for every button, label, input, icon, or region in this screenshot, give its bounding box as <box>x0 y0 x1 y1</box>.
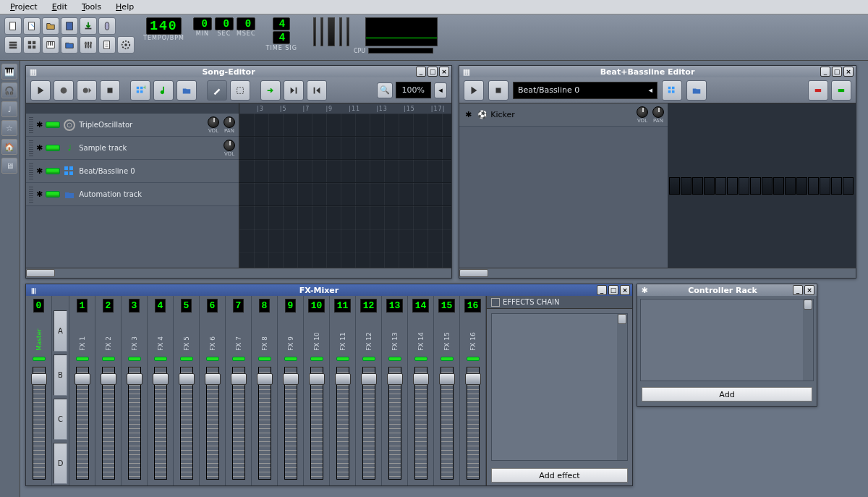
grip-icon[interactable] <box>29 117 33 133</box>
record-accomp-button[interactable] <box>77 80 97 101</box>
edit-mode-button[interactable] <box>230 80 250 101</box>
close-button[interactable]: × <box>620 285 630 295</box>
channel-fader[interactable] <box>102 367 115 480</box>
time-msec-display[interactable]: 0 <box>237 17 255 30</box>
effects-chain-header[interactable]: EFFECTS CHAIN <box>487 296 632 309</box>
skip-forward-button[interactable] <box>260 80 281 101</box>
channel-led[interactable] <box>388 357 401 361</box>
send-slot[interactable]: D <box>54 443 67 484</box>
close-button[interactable]: × <box>804 285 814 295</box>
zoom-value[interactable]: 100% <box>396 82 431 98</box>
window-rack-button[interactable] <box>117 36 135 54</box>
gear-icon[interactable]: ✱ <box>36 120 43 129</box>
channel-fader[interactable] <box>441 367 454 480</box>
add-effect-button[interactable]: Add effect <box>491 468 628 483</box>
bb-stop-button[interactable] <box>488 80 509 101</box>
window-automation-button[interactable] <box>61 36 78 54</box>
dock-computer-icon[interactable]: 🖥 <box>1 158 17 174</box>
volume-knob[interactable]: VOL <box>636 106 649 124</box>
controller-rack-titlebar[interactable]: ✱ Controller Rack _ × <box>637 284 817 296</box>
track-row[interactable]: ✱ ♩ Sample track VOL <box>26 137 239 160</box>
channel-fader[interactable] <box>362 367 375 480</box>
add-bb-track-button[interactable]: + <box>130 80 150 101</box>
gear-icon[interactable]: ✱ <box>36 166 43 176</box>
track-row[interactable]: ✱ Beat/Bassline 0 <box>26 160 239 183</box>
channel-fader[interactable] <box>284 367 297 480</box>
dock-presets-icon[interactable]: ☆ <box>1 120 17 136</box>
minimize-button[interactable]: _ <box>416 67 426 77</box>
channel-led[interactable] <box>336 357 349 361</box>
fx-channel[interactable]: 10FX 10 <box>304 296 330 485</box>
bb-step[interactable] <box>681 177 692 195</box>
channel-fader[interactable] <box>310 367 323 480</box>
rewind-button[interactable] <box>307 80 327 101</box>
maximize-button[interactable]: □ <box>608 285 618 295</box>
send-slot[interactable]: A <box>54 310 67 352</box>
window-piano-button[interactable] <box>42 36 59 54</box>
mute-toggle[interactable] <box>46 122 60 128</box>
mute-toggle[interactable] <box>46 145 60 151</box>
grip-icon[interactable] <box>29 187 33 203</box>
zoom-dropdown-button[interactable]: ◂ <box>434 82 447 98</box>
fx-channel[interactable]: 1FX 1 <box>69 296 95 485</box>
channel-fader[interactable] <box>388 367 401 480</box>
channel-fader[interactable] <box>180 367 193 480</box>
channel-fader[interactable] <box>336 367 349 480</box>
timesig-num[interactable]: 4 <box>273 17 290 30</box>
new-template-button[interactable] <box>23 17 41 35</box>
menu-tools[interactable]: Tools <box>75 1 109 13</box>
whatsthis-button[interactable] <box>98 17 116 35</box>
tempo-display[interactable]: 140 <box>146 17 181 35</box>
dock-home-icon[interactable]: 🏠 <box>1 139 17 155</box>
add-automation-track-button[interactable] <box>176 80 197 101</box>
time-min-display[interactable]: 0 <box>193 17 212 30</box>
grip-icon[interactable] <box>29 140 33 156</box>
bb-add-step-button[interactable]: ▬ <box>831 80 851 101</box>
channel-fader[interactable] <box>467 367 480 480</box>
fx-channel[interactable]: 7FX 7 <box>226 296 252 485</box>
bb-step[interactable] <box>831 177 842 195</box>
export-button[interactable] <box>80 17 97 35</box>
fx-master-channel[interactable]: 0 Master <box>26 296 52 485</box>
close-button[interactable]: × <box>843 67 854 77</box>
send-slot[interactable]: B <box>54 354 67 396</box>
fx-channel[interactable]: 5FX 5 <box>174 296 200 485</box>
fx-channel[interactable]: 14FX 14 <box>408 296 434 485</box>
gear-icon[interactable]: ✱ <box>465 110 472 119</box>
bb-pattern-combo[interactable]: Beat/Bassline 0◂ <box>513 82 658 99</box>
menu-project[interactable]: Project <box>3 1 45 13</box>
channel-led[interactable] <box>258 357 271 361</box>
save-file-button[interactable] <box>61 17 78 35</box>
timesig-den[interactable]: 4 <box>273 31 290 44</box>
new-file-button[interactable] <box>4 17 22 35</box>
add-sample-track-button[interactable] <box>153 80 174 101</box>
fx-channel[interactable]: 9FX 9 <box>278 296 304 485</box>
close-button[interactable]: × <box>439 67 449 77</box>
channel-led[interactable] <box>467 357 480 361</box>
fx-channel[interactable]: 2FX 2 <box>95 296 122 485</box>
record-button[interactable] <box>54 80 74 101</box>
channel-led[interactable] <box>33 357 46 361</box>
grip-icon[interactable] <box>29 163 33 179</box>
channel-fader[interactable] <box>33 367 46 480</box>
volume-knob[interactable]: VOL <box>223 140 236 157</box>
volume-knob[interactable]: VOL <box>207 116 220 134</box>
channel-fader[interactable] <box>232 367 245 480</box>
bb-step[interactable] <box>820 177 830 195</box>
channel-fader[interactable] <box>154 367 167 480</box>
minimize-button[interactable]: _ <box>597 285 607 295</box>
dock-samples-icon[interactable]: 🎧 <box>1 82 17 98</box>
channel-led[interactable] <box>76 357 89 361</box>
channel-led[interactable] <box>102 357 115 361</box>
song-editor-titlebar[interactable]: ▦ Song-Editor _ □ × <box>26 66 451 77</box>
bb-track-row[interactable]: ✱ ⚽ Kicker VOL PAN <box>459 103 668 127</box>
maximize-button[interactable]: □ <box>832 67 842 77</box>
fx-channel[interactable]: 11FX 11 <box>330 296 356 485</box>
fx-channel[interactable]: 4FX 4 <box>148 296 174 485</box>
channel-fader[interactable] <box>206 367 219 480</box>
channel-fader[interactable] <box>258 367 271 480</box>
channel-led[interactable] <box>180 357 193 361</box>
channel-led[interactable] <box>128 357 141 361</box>
fx-mixer-titlebar[interactable]: ⫼ FX-Mixer _ □ × <box>26 284 632 296</box>
draw-mode-button[interactable] <box>207 80 227 101</box>
